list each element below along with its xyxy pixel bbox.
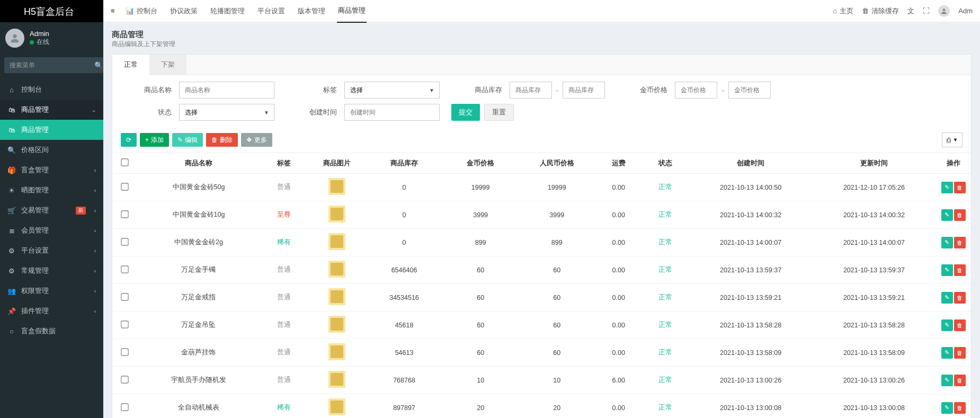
sidebar-item[interactable]: 👥权限管理‹ [0, 281, 103, 301]
sidebar-item[interactable]: ≣会员管理‹ [0, 220, 103, 241]
top-tab[interactable]: 轮播图管理 [209, 0, 246, 22]
row-edit-button[interactable]: ✎ [941, 209, 953, 221]
translate-icon[interactable]: 文 [907, 6, 914, 16]
filter-coin-min[interactable] [675, 82, 717, 99]
col-ctime[interactable]: 创建时间 [689, 153, 813, 174]
row-delete-button[interactable]: 🗑 [954, 182, 966, 193]
row-edit-button[interactable]: ✎ [941, 347, 953, 359]
sidebar-item[interactable]: ⚙平台设置‹ [0, 241, 103, 261]
col-stock[interactable]: 商品库存 [366, 153, 442, 174]
sidebar-item[interactable]: 🔍价格区间 [0, 140, 103, 160]
row-checkbox[interactable] [121, 376, 128, 383]
cell-coin: 20 [442, 394, 519, 419]
menu-label: 插件管理 [21, 306, 49, 316]
row-checkbox[interactable] [121, 265, 128, 273]
col-name[interactable]: 商品名称 [137, 153, 261, 174]
row-edit-button[interactable]: ✎ [941, 319, 953, 331]
filter-name-input[interactable] [179, 82, 274, 99]
cell-rmb: 60 [519, 312, 595, 339]
row-delete-button[interactable]: 🗑 [954, 347, 966, 359]
search-button[interactable]: 🔍 [94, 57, 103, 73]
product-thumb[interactable] [328, 398, 345, 415]
row-checkbox[interactable] [121, 210, 128, 218]
product-thumb[interactable] [328, 316, 345, 333]
search-icon: 🔍 [94, 61, 103, 69]
row-edit-button[interactable]: ✎ [941, 237, 953, 248]
home-link[interactable]: ⌂主页 [833, 6, 853, 16]
filter-tag-label: 标签 [286, 85, 344, 95]
row-edit-button[interactable]: ✎ [941, 264, 953, 276]
sidebar-item[interactable]: 🛒交易管理新‹ [0, 200, 103, 220]
fullscreen-icon[interactable]: ⛶ [923, 7, 930, 15]
submit-button[interactable]: 提交 [451, 104, 480, 121]
filter-state-select[interactable] [179, 104, 274, 121]
hamburger-icon[interactable]: ≡ [103, 7, 122, 15]
product-thumb[interactable] [328, 371, 345, 388]
clear-cache-link[interactable]: 🗑清除缓存 [862, 6, 899, 16]
filter-stock-max[interactable] [563, 82, 605, 99]
menu-icon: ⚙ [7, 247, 16, 255]
row-checkbox[interactable] [121, 321, 128, 328]
sidebar-item[interactable]: ○盲盒假数据 [0, 321, 103, 341]
col-tag[interactable]: 标签 [260, 153, 307, 174]
product-thumb[interactable] [328, 178, 345, 195]
top-tab[interactable]: 版本管理 [297, 0, 326, 22]
row-checkbox[interactable] [121, 238, 128, 245]
row-edit-button[interactable]: ✎ [941, 292, 953, 304]
row-edit-button[interactable]: ✎ [941, 182, 953, 193]
top-tab[interactable]: 协议政策 [169, 0, 199, 22]
export-button[interactable]: ⎙▼ [942, 132, 963, 147]
row-delete-button[interactable]: 🗑 [954, 237, 966, 248]
sidebar-item[interactable]: ⚙常规管理‹ [0, 261, 103, 281]
col-coin[interactable]: 金币价格 [442, 153, 519, 174]
edit-button[interactable]: ✎编辑 [172, 133, 203, 147]
select-all-checkbox[interactable] [121, 158, 128, 166]
sidebar-item[interactable]: 📌插件管理‹ [0, 301, 103, 321]
filter-stock-min[interactable] [510, 82, 552, 99]
more-button[interactable]: ❖更多 [241, 133, 272, 147]
cell-ship: 0.00 [595, 229, 642, 256]
add-button[interactable]: +添加 [140, 133, 169, 147]
sidebar-item[interactable]: 🎁盲盒管理‹ [0, 160, 103, 180]
reset-button[interactable]: 重置 [484, 104, 514, 121]
col-ship[interactable]: 运费 [595, 153, 642, 174]
product-thumb[interactable] [328, 288, 345, 305]
sidebar-item[interactable]: 🛍商品管理 [0, 120, 103, 140]
top-tab[interactable]: 商品管理 [337, 0, 367, 23]
col-rmb[interactable]: 人民币价格 [519, 153, 595, 174]
panel-tab-normal[interactable]: 正常 [112, 55, 149, 75]
search-input[interactable] [4, 57, 94, 73]
row-checkbox[interactable] [121, 183, 128, 190]
col-img[interactable]: 商品图片 [307, 153, 366, 174]
row-delete-button[interactable]: 🗑 [954, 292, 966, 304]
row-checkbox[interactable] [121, 403, 128, 411]
filter-time-input[interactable] [344, 104, 440, 121]
row-edit-button[interactable]: ✎ [941, 375, 953, 386]
row-edit-button[interactable]: ✎ [941, 402, 953, 414]
panel-tab-off[interactable]: 下架 [149, 55, 186, 75]
row-delete-button[interactable]: 🗑 [954, 402, 966, 414]
filter-coin-max[interactable] [728, 82, 771, 99]
refresh-button[interactable]: ⟳ [121, 133, 137, 147]
row-delete-button[interactable]: 🗑 [954, 209, 966, 221]
sidebar-item[interactable]: 🛍商品管理⌄ [0, 100, 103, 120]
delete-button[interactable]: 🗑删除 [206, 133, 238, 147]
top-username[interactable]: Adm [958, 7, 973, 15]
top-tab[interactable]: 📊控制台 [124, 0, 158, 22]
product-thumb[interactable] [328, 206, 345, 223]
filter-tag-select[interactable] [344, 82, 440, 99]
row-delete-button[interactable]: 🗑 [954, 375, 966, 386]
col-status[interactable]: 状态 [642, 153, 689, 174]
col-utime[interactable]: 更新时间 [813, 153, 936, 174]
product-thumb[interactable] [328, 233, 345, 250]
top-tab[interactable]: 平台设置 [256, 0, 286, 22]
sidebar-item[interactable]: ☀晒图管理‹ [0, 180, 103, 200]
row-delete-button[interactable]: 🗑 [954, 264, 966, 276]
sidebar-item[interactable]: ⌂控制台 [0, 79, 103, 100]
product-thumb[interactable] [328, 261, 345, 278]
top-avatar[interactable] [938, 5, 950, 17]
row-checkbox[interactable] [121, 348, 128, 355]
row-delete-button[interactable]: 🗑 [954, 319, 966, 331]
row-checkbox[interactable] [121, 293, 128, 300]
product-thumb[interactable] [328, 343, 345, 360]
